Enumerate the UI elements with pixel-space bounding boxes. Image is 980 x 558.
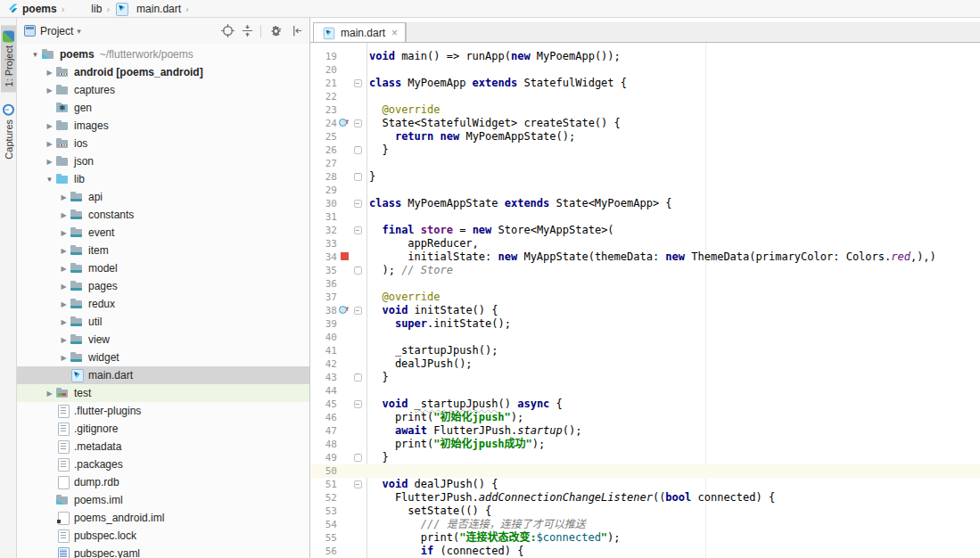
tree-item--metadata[interactable]: .metadata xyxy=(17,438,309,455)
code-text[interactable]: @override xyxy=(369,291,980,304)
line-number[interactable]: 21 xyxy=(310,77,337,90)
gutter[interactable]: 54 xyxy=(310,518,369,531)
gutter[interactable]: 43‾ xyxy=(310,371,369,384)
line-number[interactable]: 54 xyxy=(310,518,337,531)
tree-item-android-poems-android-[interactable]: ▶android [poems_android] xyxy=(17,63,309,81)
code-text[interactable]: void initState() { xyxy=(369,304,980,317)
code-text[interactable]: /// 是否连接，连接了才可以推送 xyxy=(369,518,980,531)
chevron-collapsed-icon[interactable]: ▶ xyxy=(58,283,70,291)
line-number[interactable]: 28 xyxy=(310,170,337,184)
line-number[interactable]: 24 xyxy=(310,117,337,130)
gutter[interactable]: 34 xyxy=(310,250,369,264)
line-number[interactable]: 25 xyxy=(310,130,337,144)
code-text[interactable] xyxy=(369,210,980,224)
gutter[interactable]: 21− xyxy=(310,77,369,90)
code-line-52[interactable]: 52 FlutterJPush.addConnectionChangeListe… xyxy=(310,491,980,505)
gutter[interactable]: 27 xyxy=(310,157,369,170)
code-text[interactable] xyxy=(369,464,980,478)
code-line-34[interactable]: 34 initialState: new MyAppState(themeDat… xyxy=(310,250,980,264)
gutter[interactable]: 29 xyxy=(310,184,369,197)
line-number[interactable]: 48 xyxy=(310,438,337,451)
chevron-collapsed-icon[interactable]: ▶ xyxy=(44,69,55,77)
line-number[interactable]: 39 xyxy=(310,317,337,331)
code-text[interactable]: void main() => runApp(new MyPoemApp()); xyxy=(369,50,980,63)
chevron-collapsed-icon[interactable]: ▶ xyxy=(44,122,55,130)
chevron-collapsed-icon[interactable]: ▶ xyxy=(44,86,55,94)
gutter[interactable]: 22 xyxy=(310,90,369,103)
tree-item-main-dart[interactable]: main.dart xyxy=(17,366,309,384)
line-number[interactable]: 40 xyxy=(310,331,337,344)
tree-item-poems-iml[interactable]: poems.iml xyxy=(17,491,309,509)
code-line-43[interactable]: 43‾ } xyxy=(310,371,980,384)
code-text[interactable]: class MyPoemAppState extends State<MyPoe… xyxy=(369,197,980,210)
code-line-46[interactable]: 46 print("初始化jpush"); xyxy=(310,411,980,424)
line-number[interactable]: 19 xyxy=(310,50,337,63)
line-number[interactable]: 37 xyxy=(310,291,337,304)
line-number[interactable]: 22 xyxy=(310,90,337,103)
code-line-31[interactable]: 31 xyxy=(310,210,980,224)
chevron-collapsed-icon[interactable]: ▶ xyxy=(58,211,70,219)
chevron-collapsed-icon[interactable]: ▶ xyxy=(58,247,70,255)
gutter[interactable]: 31 xyxy=(310,210,369,224)
code-line-41[interactable]: 41 _startupJpush(); xyxy=(310,344,980,357)
tree-item-images[interactable]: ▶images xyxy=(17,117,309,135)
fold-start-icon[interactable]: − xyxy=(351,197,364,210)
code-line-48[interactable]: 48 print("初始化jpush成功"); xyxy=(310,438,980,451)
code-line-53[interactable]: 53 setState(() { xyxy=(310,505,980,518)
tree-item--flutter-plugins[interactable]: .flutter-plugins xyxy=(17,402,309,420)
tree-item-json[interactable]: ▶json xyxy=(17,152,309,170)
code-text[interactable] xyxy=(369,184,980,197)
tree-item-widget[interactable]: ▶widget xyxy=(17,349,309,366)
editor-tab-main-dart[interactable]: main.dart × xyxy=(313,22,406,42)
line-number[interactable]: 31 xyxy=(310,210,337,224)
code-line-50[interactable]: 50 xyxy=(310,464,980,478)
line-number[interactable]: 55 xyxy=(310,531,337,545)
code-line-37[interactable]: 37 @override xyxy=(310,291,980,304)
gutter[interactable]: 51− xyxy=(310,478,369,491)
fold-start-icon[interactable]: − xyxy=(351,398,364,411)
code-text[interactable] xyxy=(369,90,980,103)
tree-item-item[interactable]: ▶item xyxy=(17,242,309,259)
gutter[interactable]: 46 xyxy=(310,411,369,424)
chevron-down-icon[interactable]: ▾ xyxy=(77,27,81,36)
code-text[interactable]: super.initState(); xyxy=(369,317,980,331)
code-line-25[interactable]: 25 return new MyPoemAppState(); xyxy=(310,130,980,144)
line-number[interactable]: 41 xyxy=(310,344,337,357)
code-text[interactable]: FlutterJPush.addConnectionChangeListener… xyxy=(369,491,980,505)
fold-end-icon[interactable]: ‾ xyxy=(351,144,364,157)
gutter[interactable]: 47 xyxy=(310,424,369,438)
code-line-40[interactable]: 40 xyxy=(310,331,980,344)
code-line-20[interactable]: 20 xyxy=(310,63,980,77)
chevron-collapsed-icon[interactable]: ▶ xyxy=(58,229,70,237)
gutter[interactable]: 44 xyxy=(310,384,369,398)
gutter[interactable]: 49‾ xyxy=(310,451,369,464)
chevron-expanded-icon[interactable]: ▼ xyxy=(44,176,55,184)
code-line-55[interactable]: 55 print("连接状态改变:$connected"); xyxy=(310,531,980,545)
fold-end-icon[interactable]: ‾ xyxy=(351,371,364,384)
code-line-39[interactable]: 39 super.initState(); xyxy=(310,317,980,331)
tree-item-ios[interactable]: ▶ios xyxy=(17,135,309,152)
code-text[interactable]: print("连接状态改变:$connected"); xyxy=(369,531,980,545)
fold-end-icon[interactable]: ‾ xyxy=(351,264,364,277)
tree-item-view[interactable]: ▶view xyxy=(17,331,309,349)
gutter[interactable]: 20 xyxy=(310,63,369,77)
code-area[interactable]: 19void main() => runApp(new MyPoemApp())… xyxy=(310,43,980,558)
chevron-expanded-icon[interactable]: ▼ xyxy=(29,51,41,59)
chevron-collapsed-icon[interactable]: ▶ xyxy=(44,390,55,398)
tree-item-poems-android-iml[interactable]: poems_android.iml xyxy=(17,509,309,527)
tree-item-lib[interactable]: ▼lib xyxy=(17,170,309,188)
line-number[interactable]: 51 xyxy=(310,478,337,491)
code-text[interactable]: class MyPoemApp extends StatefulWidget { xyxy=(369,77,980,90)
code-line-44[interactable]: 44 xyxy=(310,384,980,398)
tree-item-event[interactable]: ▶event xyxy=(17,224,309,242)
tree-item-test[interactable]: ▶test xyxy=(17,384,309,402)
code-line-27[interactable]: 27 xyxy=(310,157,980,170)
code-line-24[interactable]: 24− State<StatefulWidget> createState() … xyxy=(310,117,980,130)
color-preview-red-icon[interactable] xyxy=(341,252,349,260)
line-number[interactable]: 35 xyxy=(310,264,337,277)
gutter[interactable]: 36 xyxy=(310,277,369,291)
line-number[interactable]: 23 xyxy=(310,103,337,117)
tree-item--packages[interactable]: .packages xyxy=(17,455,309,473)
fold-start-icon[interactable]: − xyxy=(351,117,364,130)
tree-item--gitignore[interactable]: .gitignore xyxy=(17,420,309,438)
